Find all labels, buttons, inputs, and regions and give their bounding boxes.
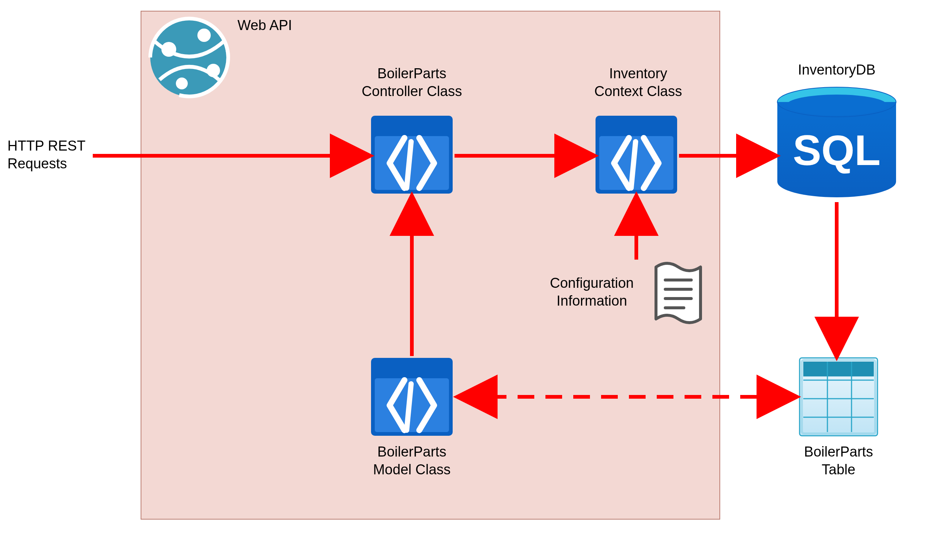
boilerparts-table-icon — [800, 358, 877, 436]
diagram-canvas: SQL Web API HTTP REST Requests BoilerPar… — [0, 0, 948, 560]
webapi-title: Web API — [237, 17, 292, 34]
config-document-icon — [656, 263, 700, 323]
controller-class-icon — [371, 116, 453, 194]
inventory-context-icon — [595, 116, 677, 194]
inventorydb-label: InventoryDB — [768, 61, 905, 79]
controller-label: BoilerParts Controller Class — [353, 65, 471, 100]
svg-rect-22 — [803, 362, 874, 377]
http-request-label: HTTP REST Requests — [8, 137, 85, 172]
svg-point-20 — [786, 95, 887, 115]
model-label: BoilerParts Model Class — [360, 443, 464, 478]
context-label: Inventory Context Class — [579, 65, 698, 100]
sql-database-icon: SQL — [777, 87, 896, 197]
table-label: BoilerParts Table — [794, 443, 883, 478]
svg-point-1 — [162, 42, 176, 57]
svg-point-4 — [176, 77, 188, 89]
model-class-icon — [371, 358, 453, 436]
config-label: Configuration Information — [534, 274, 649, 310]
svg-point-2 — [197, 29, 211, 42]
svg-point-3 — [207, 64, 220, 77]
sql-text: SQL — [793, 126, 880, 174]
